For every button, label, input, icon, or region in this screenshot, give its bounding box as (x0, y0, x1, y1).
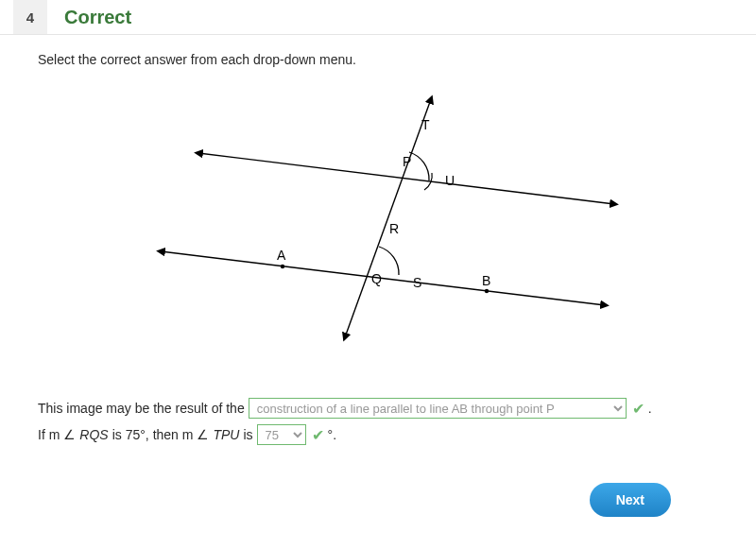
geometry-diagram: T P U R Q S A B (38, 86, 728, 351)
svg-line-1 (161, 251, 605, 305)
svg-line-2 (345, 99, 431, 337)
answer-line-1: This image may be the result of the cons… (38, 398, 728, 419)
angle-rqs: RQS (79, 427, 108, 442)
label-u: U (445, 173, 455, 188)
construction-select[interactable]: construction of a line parallel to line … (249, 398, 627, 419)
line1-prefix: This image may be the result of the (38, 401, 245, 416)
footer-bar: Next (0, 470, 756, 536)
line2-mid-a: is 75°, then m (112, 427, 194, 442)
label-b: B (482, 273, 490, 288)
next-button[interactable]: Next (590, 483, 671, 517)
question-header: 4 Correct (0, 0, 756, 35)
label-s: S (413, 275, 421, 290)
line2-suffix: °. (328, 427, 337, 442)
line1-suffix: . (648, 401, 652, 416)
line2-mid-b: is (243, 427, 252, 442)
label-r: R (389, 221, 399, 236)
prompt-text: Select the correct answer from each drop… (38, 52, 728, 67)
question-number: 4 (26, 9, 34, 26)
label-t: T (421, 117, 430, 132)
checkmark-icon: ✔ (632, 400, 644, 418)
checkmark-icon-2: ✔ (312, 426, 324, 444)
angle-tpu: TPU (213, 427, 239, 442)
label-a: A (277, 248, 286, 263)
content-area: Select the correct answer from each drop… (0, 35, 756, 470)
line2-prefix-a: If m (38, 427, 60, 442)
question-number-box: 4 (13, 0, 47, 34)
label-p: P (403, 154, 411, 169)
angle-measure-select[interactable]: 75 (257, 424, 306, 445)
label-q: Q (371, 271, 382, 286)
svg-point-3 (281, 265, 284, 268)
parallel-lines-svg: T P U R Q S A B (137, 86, 628, 351)
angle-symbol-2: ∠ (197, 427, 209, 442)
angle-symbol: ∠ (63, 427, 76, 442)
answer-line-2: If m∠RQS is 75°, then m∠TPU is 75 ✔°. (38, 424, 728, 445)
svg-point-4 (485, 289, 489, 293)
status-label: Correct (64, 7, 131, 28)
